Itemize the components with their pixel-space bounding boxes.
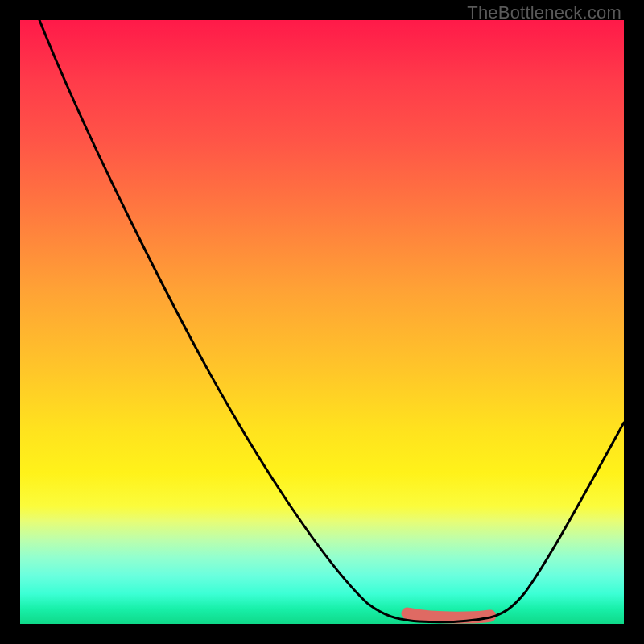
bottleneck-curve <box>39 20 624 622</box>
plot-area <box>20 20 624 624</box>
highlight-segment <box>407 613 490 617</box>
curve-layer <box>20 20 624 624</box>
chart-frame: TheBottleneck.com <box>0 0 644 644</box>
